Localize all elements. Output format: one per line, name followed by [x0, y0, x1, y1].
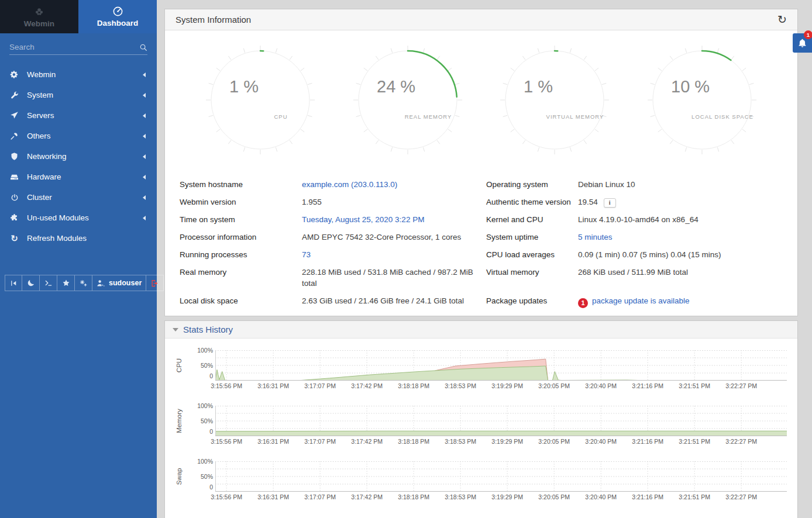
chart-xtick: 3:19:29 PM — [491, 438, 523, 445]
stats-history-title: Stats History — [183, 324, 233, 334]
sidebar-item-label: Cluster — [27, 193, 140, 202]
sidebar-tabs: Webmin Dashboard — [0, 0, 157, 33]
chart-xtick: 3:15:56 PM — [211, 493, 242, 500]
chart-ytick: 100% — [187, 458, 213, 465]
info-label: System hostname — [180, 179, 302, 190]
system-information-header: System Information ↻ — [165, 9, 797, 30]
sidebar-item-label: Un-used Modules — [27, 213, 140, 222]
info-link-running-processes[interactable]: 73 — [302, 250, 311, 259]
info-row-cpu-load-averages: CPU load averages0.09 (1 min) 0.07 (5 mi… — [486, 249, 783, 260]
collapse-navigation-button[interactable] — [5, 275, 22, 291]
info-row-virtual-memory: Virtual memory268 KiB used / 511.99 MiB … — [486, 267, 783, 278]
chart-xtick: 3:18:53 PM — [445, 493, 476, 500]
chart-xtick: 3:17:07 PM — [304, 493, 336, 500]
chart-xtick: 3:22:27 PM — [725, 382, 757, 389]
info-link-system-uptime[interactable]: 5 minutes — [578, 233, 613, 241]
theme-settings-button[interactable] — [75, 275, 92, 291]
search-input[interactable] — [9, 43, 139, 51]
chart-xtick: 3:16:31 PM — [257, 382, 289, 389]
refresh-icon: ↻ — [9, 234, 19, 243]
submenu-caret-icon — [140, 93, 146, 98]
tab-dashboard-label: Dashboard — [97, 19, 139, 27]
user-button[interactable]: sudouser — [92, 275, 146, 291]
sidebar-item-webmin[interactable]: Webmin — [0, 64, 157, 85]
info-label: Processor information — [180, 232, 302, 243]
chart-xtick: 3:18:18 PM — [398, 382, 429, 389]
svg-text:1 %: 1 % — [229, 77, 259, 96]
submenu-caret-icon — [140, 113, 146, 118]
info-label: System uptime — [486, 232, 578, 243]
gauge-local-disk-space: 10 %LOCAL DISK SPACE — [646, 44, 758, 156]
info-value: 1.955 — [302, 196, 322, 208]
info-value: 73 — [302, 249, 311, 260]
star-icon — [62, 279, 70, 287]
chart-plot-swap — [215, 461, 787, 492]
sidebar-item-hardware[interactable]: Hardware — [0, 167, 157, 187]
refresh-page-button[interactable]: ↻ — [777, 14, 787, 25]
search-icon[interactable] — [139, 43, 147, 51]
sidebar-item-label: Others — [27, 132, 140, 140]
chart-xtick: 3:21:51 PM — [679, 493, 710, 500]
info-row-kernel-and-cpu: Kernel and CPULinux 4.19.0-10-amd64 on x… — [486, 214, 783, 225]
notifications-button[interactable]: 1 — [793, 33, 812, 53]
stats-charts: CPU100%50%03:15:56 PM3:16:31 PM3:17:07 P… — [165, 339, 797, 512]
favorites-button[interactable] — [57, 275, 75, 291]
wrench-icon — [9, 91, 19, 99]
chart-ytick: 50% — [187, 417, 213, 424]
chart-xtick: 3:15:56 PM — [211, 382, 242, 389]
sidebar-item-label: Refresh Modules — [27, 234, 147, 243]
sidebar-item-cluster[interactable]: Cluster — [0, 187, 157, 208]
info-value: Linux 4.19.0-10-amd64 on x86_64 — [578, 214, 699, 225]
sidebar-item-refresh-modules[interactable]: ↻Refresh Modules — [0, 228, 157, 248]
tab-webmin[interactable]: Webmin — [0, 0, 78, 33]
chart-plot-memory — [215, 406, 787, 436]
chart-xtick: 3:18:18 PM — [398, 438, 429, 445]
chart-ytick: 100% — [187, 402, 213, 409]
stats-history-header[interactable]: Stats History — [165, 321, 797, 339]
logout-button[interactable] — [146, 275, 164, 291]
moon-icon — [27, 279, 35, 287]
submenu-caret-icon — [140, 175, 146, 179]
svg-text:CPU: CPU — [274, 113, 287, 120]
chart-xtick: 3:20:05 PM — [538, 493, 570, 500]
info-row-webmin-version: Webmin version1.955 — [180, 196, 486, 208]
chart-xtick: 3:21:16 PM — [632, 438, 663, 445]
info-link-system-hostname[interactable]: example.com (203.0.113.0) — [302, 180, 397, 189]
info-text: 268 KiB used / 511.99 MiB total — [578, 268, 688, 277]
system-information-panel: System Information ↻ 1 %CPU24 %REAL MEMO… — [164, 9, 798, 316]
info-link-time-on-system[interactable]: Tuesday, August 25, 2020 3:22 PM — [302, 215, 424, 224]
sidebar-item-others[interactable]: Others — [0, 126, 157, 146]
info-value: 0.09 (1 min) 0.07 (5 mins) 0.04 (15 mins… — [578, 249, 721, 260]
tab-dashboard[interactable]: Dashboard — [78, 0, 157, 33]
chart-xtick: 3:21:51 PM — [679, 438, 710, 445]
chart-xtick: 3:20:40 PM — [585, 438, 617, 445]
chart-xtick: 3:20:05 PM — [538, 382, 570, 389]
chart-xtick: 3:17:42 PM — [351, 438, 383, 445]
chart-axis-title: Swap — [176, 459, 184, 494]
info-text: Debian Linux 10 — [578, 180, 635, 189]
theme-info-button[interactable]: i — [604, 198, 616, 208]
gear-icon — [9, 70, 19, 79]
sidebar-item-un-used-modules[interactable]: Un-used Modules — [0, 208, 157, 228]
chart-xtick: 3:20:40 PM — [585, 382, 617, 389]
logout-icon — [150, 279, 159, 288]
sidebar-item-system[interactable]: System — [0, 85, 157, 105]
chart-xtick: 3:17:42 PM — [351, 493, 383, 500]
terminal-icon — [44, 279, 53, 287]
info-label: Kernel and CPU — [486, 214, 578, 225]
chart-xtick: 3:18:53 PM — [445, 438, 476, 445]
info-value: 2.63 GiB used / 21.46 GiB free / 24.1 Gi… — [302, 295, 464, 306]
info-value: 268 KiB used / 511.99 MiB total — [578, 267, 688, 278]
chart-ytick: 0 — [187, 484, 213, 491]
info-label: Operating system — [486, 179, 578, 190]
night-mode-button[interactable] — [22, 275, 40, 291]
info-link-package-updates[interactable]: package update is available — [592, 296, 690, 305]
info-row-processor-information: Processor informationAMD EPYC 7542 32-Co… — [180, 232, 486, 243]
power-icon — [9, 194, 19, 202]
info-label: Running processes — [180, 249, 302, 260]
chart-xtick: 3:21:51 PM — [679, 382, 710, 389]
sidebar-item-servers[interactable]: Servers — [0, 105, 157, 126]
terminal-button[interactable] — [40, 275, 57, 291]
collapse-icon — [10, 279, 18, 287]
sidebar-item-networking[interactable]: Networking — [0, 146, 157, 167]
